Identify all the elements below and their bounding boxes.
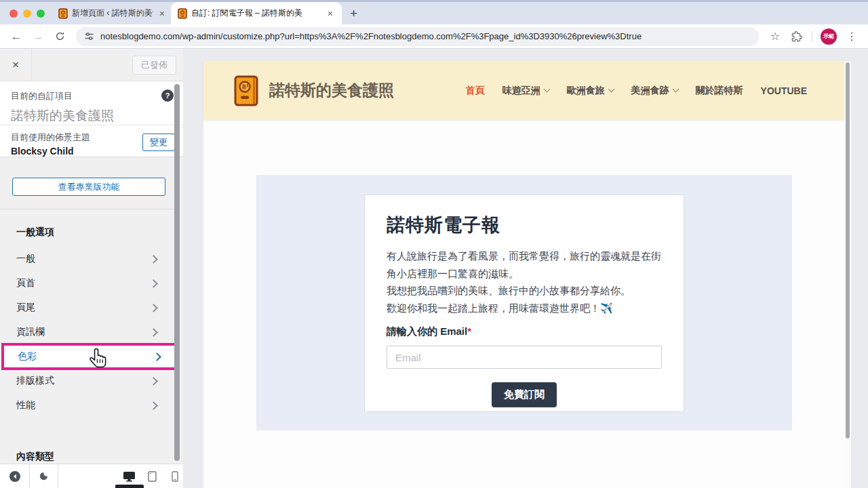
customizer-footer	[0, 464, 183, 488]
nav-label: 歐洲食旅	[567, 85, 605, 97]
nav-label: 首頁	[466, 85, 485, 97]
url-text: notesblogdemo.com/wp-admin/customize.php…	[100, 31, 642, 41]
footer-divider	[29, 464, 30, 488]
close-tab-icon[interactable]: ×	[326, 8, 335, 19]
newsletter-line: 歡迎你和我一起踏上旅程，用味蕾環遊世界吧！✈️	[387, 300, 662, 317]
chevron-right-icon	[153, 352, 161, 361]
menu-item-label: 資訊欄	[16, 326, 45, 338]
browser-tab-inactive[interactable]: 新增頁面 ‹ 諾特斯的美食護照 – ×	[54, 2, 171, 24]
fullscreen-window-button[interactable]	[37, 9, 45, 18]
new-tab-button[interactable]: +	[350, 6, 357, 21]
passport-logo-icon[interactable]	[234, 75, 258, 106]
close-tab-icon[interactable]: ×	[157, 8, 167, 19]
newsletter-line: 我想把我品嚐到的美味、旅行中的小故事都分享給你。	[387, 282, 662, 300]
chevron-down-icon	[672, 86, 679, 93]
profile-avatar[interactable]: 示範	[821, 28, 837, 45]
device-desktop-icon	[123, 471, 136, 482]
footer-divider	[58, 464, 58, 488]
subscribe-button[interactable]: 免費訂閱	[492, 382, 557, 407]
nav-label: YOUTUBE	[761, 85, 807, 96]
menu-item-label: 排版樣式	[16, 375, 54, 387]
site-favicon-icon	[58, 8, 68, 19]
nav-item-asia[interactable]: 味遊亞洲	[502, 85, 549, 97]
window-controls	[0, 9, 54, 18]
site-title[interactable]: 諾特斯的美食護照	[269, 80, 394, 101]
newsletter-section: 諾特斯電子報 有人說旅行是為了看風景，而我常覺得，旅行的靈魂就是在街角小店裡那一…	[256, 175, 792, 430]
customizer-menu: 一般 頁首 頁尾 資訊欄 色彩	[0, 247, 175, 418]
nav-label: 味遊亞洲	[502, 85, 540, 97]
close-customizer-icon[interactable]: ×	[0, 49, 32, 81]
newsletter-title: 諾特斯電子報	[387, 213, 662, 237]
nav-item-youtube[interactable]: YOUTUBE	[761, 85, 807, 96]
tab-title: 自訂: 訂閱電子報 – 諾特斯的美	[191, 7, 321, 19]
site-header: 諾特斯的美食護照 首頁 味遊亞洲 歐洲食旅 美洲食跡 關於諾特斯 YOUTUBE	[203, 61, 851, 120]
close-window-button[interactable]	[9, 9, 18, 18]
customizer-sidebar: × 已發佈 目前的自訂項目 ? 諾特斯的美食護照 目前使用的佈景主題 Block…	[0, 49, 183, 488]
preview-pane: 諾特斯的美食護照 首頁 味遊亞洲 歐洲食旅 美洲食跡 關於諾特斯 YOUTUBE…	[183, 49, 868, 488]
minimize-window-button[interactable]	[23, 9, 31, 18]
active-theme-section: 目前使用的佈景主題 Blocksy Child 變更	[0, 125, 183, 157]
collapse-sidebar-button[interactable]	[5, 464, 24, 488]
device-tablet-button[interactable]	[144, 464, 160, 488]
sidebar-item-general[interactable]: 一般	[0, 247, 175, 271]
tab-title: 新增頁面 ‹ 諾特斯的美食護照 –	[72, 7, 153, 19]
newsletter-card: 諾特斯電子報 有人說旅行是為了看風景，而我常覺得，旅行的靈魂就是在街角小店裡那一…	[364, 195, 684, 412]
chevron-right-icon	[149, 377, 158, 386]
sidebar-item-footer[interactable]: 頁尾	[0, 296, 175, 320]
view-pro-features-button[interactable]: 查看專業版功能	[12, 178, 165, 196]
menu-item-label: 性能	[16, 399, 35, 411]
email-label-text: 請輸入你的 Email	[387, 325, 467, 337]
back-icon[interactable]: ←	[7, 27, 26, 46]
active-device-indicator	[115, 485, 144, 488]
device-phone-icon	[172, 471, 178, 482]
bookmark-star-icon[interactable]: ☆	[766, 27, 785, 46]
chevron-down-icon	[543, 86, 550, 93]
menu-item-label: 頁首	[16, 277, 35, 289]
device-phone-button[interactable]	[167, 464, 183, 488]
sidebar-item-performance[interactable]: 性能	[0, 393, 175, 418]
current-item-label: 目前的自訂項目	[11, 90, 172, 102]
published-button[interactable]: 已發佈	[132, 56, 176, 75]
menu-item-label: 頁尾	[16, 302, 35, 314]
sidebar-item-typography[interactable]: 排版樣式	[0, 369, 175, 393]
browser-menu-kebab-icon[interactable]: ⋮	[842, 27, 861, 46]
customizer-topbar: × 已發佈	[0, 49, 183, 81]
customizer-info-panel: 目前的自訂項目 ? 諾特斯的美食護照 目前使用的佈景主題 Blocksy Chi…	[0, 81, 183, 157]
chevron-right-icon	[149, 279, 158, 288]
reload-icon[interactable]	[50, 27, 69, 46]
nav-label: 美洲食跡	[631, 85, 669, 97]
moon-icon	[39, 471, 49, 481]
general-options-header: 一般選項	[16, 226, 54, 239]
chevron-right-icon	[149, 328, 158, 337]
preview-scrollbar[interactable]	[846, 62, 850, 439]
current-item-section: 目前的自訂項目 ? 諾特斯的美食護照	[0, 81, 183, 125]
chevron-right-icon	[149, 304, 158, 312]
menu-item-label: 色彩	[18, 350, 37, 363]
email-field[interactable]	[387, 346, 662, 369]
preview-scrollbar-track	[844, 61, 851, 488]
content-types-header: 內容類型	[16, 451, 54, 463]
chevron-right-icon	[149, 401, 158, 410]
menu-item-label: 一般	[16, 253, 35, 265]
site-nav: 首頁 味遊亞洲 歐洲食旅 美洲食跡 關於諾特斯 YOUTUBE	[466, 85, 807, 97]
email-label: 請輸入你的 Email*	[387, 325, 662, 338]
required-asterisk: *	[467, 325, 471, 337]
nav-item-home[interactable]: 首頁	[466, 85, 485, 97]
nav-item-europe[interactable]: 歐洲食旅	[567, 85, 614, 97]
sidebar-scrollbar[interactable]	[174, 84, 180, 461]
sidebar-item-sidebar[interactable]: 資訊欄	[0, 320, 175, 344]
dark-mode-toggle[interactable]	[34, 464, 53, 488]
change-theme-button[interactable]: 變更	[142, 134, 175, 151]
extensions-puzzle-icon[interactable]	[787, 27, 806, 46]
help-icon[interactable]: ?	[161, 89, 174, 102]
nav-label: 關於諾特斯	[696, 85, 743, 97]
site-preview: 諾特斯的美食護照 首頁 味遊亞洲 歐洲食旅 美洲食跡 關於諾特斯 YOUTUBE…	[203, 61, 851, 488]
address-bar[interactable]: notesblogdemo.com/wp-admin/customize.php…	[76, 27, 759, 46]
nav-item-america[interactable]: 美洲食跡	[631, 85, 678, 97]
nav-item-about[interactable]: 關於諾特斯	[696, 85, 743, 97]
sidebar-item-header[interactable]: 頁首	[0, 271, 175, 296]
forward-icon[interactable]: →	[28, 27, 47, 46]
browser-toolbar: ← → notesblogdemo.com/wp-admin/customize…	[0, 24, 868, 49]
site-settings-tune-icon[interactable]	[84, 31, 94, 41]
browser-tab-active[interactable]: 自訂: 訂閱電子報 – 諾特斯的美 ×	[171, 2, 342, 24]
